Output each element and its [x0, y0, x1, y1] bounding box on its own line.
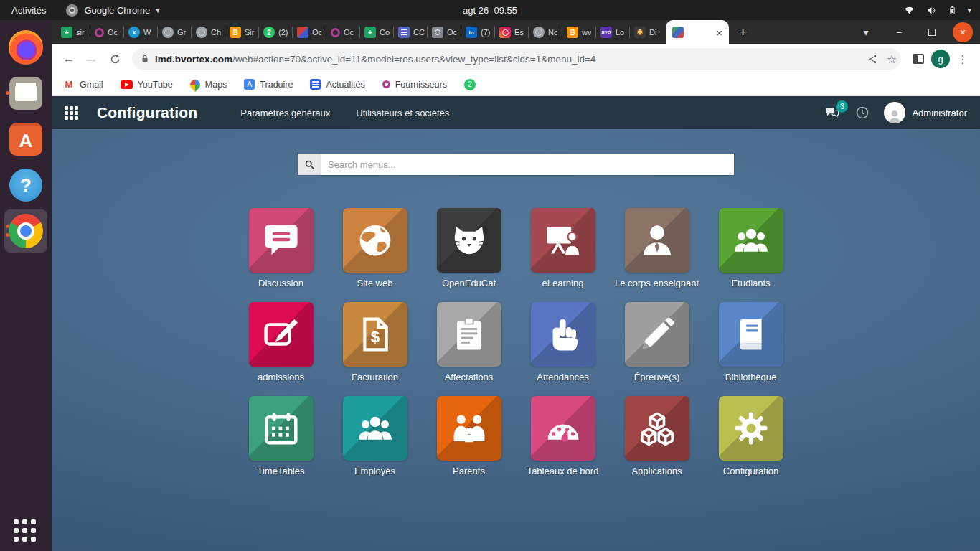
tableaux-de-bord-tile[interactable] — [531, 396, 595, 461]
attendances-tile[interactable] — [531, 302, 595, 367]
news-icon — [310, 79, 321, 90]
maximize-button[interactable] — [915, 27, 948, 38]
admissions-tile[interactable] — [249, 302, 314, 367]
browser-tab[interactable]: Gr — [157, 20, 191, 44]
browser-tab[interactable]: +Co — [359, 20, 393, 44]
browser-tab[interactable]: BVOLo — [595, 20, 629, 44]
invoice-icon: $ — [356, 315, 395, 354]
new-tab-button[interactable]: + — [729, 24, 757, 40]
browser-tab[interactable]: +sir — [56, 20, 90, 44]
app-tableaux-de-bord: Tableaux de bord — [516, 396, 610, 476]
dock-item-files[interactable] — [4, 72, 47, 115]
lock-icon[interactable] — [141, 54, 149, 64]
side-panel-button[interactable] — [908, 49, 928, 69]
messages-button[interactable]: 3 — [824, 105, 841, 120]
dock-item-firefox[interactable] — [4, 26, 47, 69]
bookmark-youtube[interactable]: YouTube — [121, 80, 173, 90]
search-input[interactable] — [321, 154, 734, 175]
discussion-tile[interactable] — [249, 208, 314, 273]
odoo-ring-icon — [382, 80, 390, 88]
active-app-menu[interactable]: Google Chrome ▾ — [59, 4, 166, 17]
book-icon — [732, 315, 771, 354]
back-button[interactable]: ← — [59, 49, 79, 69]
corps-enseignant-tile[interactable] — [625, 208, 689, 273]
epreuves-tile[interactable] — [625, 302, 689, 367]
configuration-tile[interactable] — [719, 396, 783, 461]
activity-clock-icon[interactable] — [855, 105, 870, 120]
reload-button[interactable] — [105, 49, 125, 69]
share-icon[interactable] — [867, 54, 878, 65]
bookmark-whatsapp[interactable]: 2 — [464, 79, 481, 90]
browser-window: +sir Oc xW Gr Ch BSir 2(2) Oc Oc +Co CC … — [52, 20, 980, 551]
app-label: admissions — [258, 372, 304, 382]
tab-search-chevron[interactable]: ▾ — [849, 27, 882, 38]
bookmark-actualites[interactable]: Actualités — [310, 79, 364, 90]
docs-favicon — [398, 27, 410, 38]
timetables-tile[interactable] — [249, 396, 314, 461]
bvo-favicon: BVO — [600, 27, 612, 38]
browser-tab[interactable]: xW — [123, 20, 157, 44]
active-browser-tab[interactable]: × — [666, 20, 729, 44]
clock[interactable]: agt 26 09:55 — [463, 5, 517, 16]
bookmark-traduire[interactable]: ATraduire — [244, 79, 293, 90]
browser-menu-button[interactable]: ⋮ — [953, 52, 973, 66]
app-affectations: Affectations — [422, 302, 516, 382]
elearning-tile[interactable] — [531, 208, 595, 273]
app-admissions: admissions — [234, 302, 328, 382]
profile-avatar[interactable]: g — [931, 50, 950, 68]
browser-tab[interactable]: Oc — [427, 20, 461, 44]
dock-item-chrome[interactable] — [4, 209, 47, 253]
family-icon — [450, 409, 489, 448]
browser-tab[interactable]: Oc — [90, 20, 123, 44]
bookmark-star-icon[interactable]: ☆ — [887, 52, 897, 66]
browser-tab[interactable]: CC — [393, 20, 427, 44]
bookmark-maps[interactable]: Maps — [190, 80, 227, 90]
facturation-tile[interactable]: $ — [343, 302, 407, 367]
system-tray[interactable]: ▾ — [903, 4, 980, 17]
bookmark-fournisseurs[interactable]: Fournisseurs — [382, 80, 447, 90]
employes-tile[interactable] — [343, 396, 407, 461]
app-label: Tableaux de bord — [527, 466, 599, 476]
browser-tab[interactable]: Oc — [326, 20, 359, 44]
translate-icon: A — [244, 79, 255, 90]
dock-item-help[interactable]: ? — [4, 164, 47, 207]
openeducat-tile[interactable] — [437, 208, 501, 273]
bookmarks-bar: MGmail YouTube Maps ATraduire Actualités… — [52, 73, 980, 96]
browser-tab[interactable]: Di — [629, 20, 663, 44]
app-label: Site web — [357, 278, 393, 288]
browser-tab[interactable]: Oc — [292, 20, 326, 44]
activities-button[interactable]: Activités — [0, 5, 59, 16]
browser-tab[interactable]: Bwv — [562, 20, 595, 44]
bookmark-gmail[interactable]: MGmail — [63, 79, 103, 90]
chevron-down-icon: ▾ — [156, 6, 160, 15]
user-menu[interactable]: Administrator — [884, 102, 967, 123]
menu-parametres-generaux[interactable]: Paramètres généraux — [240, 108, 330, 118]
dock-item-ubuntu-software[interactable]: A — [4, 118, 47, 161]
cat-icon — [450, 221, 489, 260]
applications-tile[interactable] — [625, 396, 689, 461]
menu-utilisateurs-societes[interactable]: Utilisateurs et sociétés — [356, 108, 449, 118]
forward-button[interactable]: → — [82, 49, 102, 69]
browser-tab[interactable]: in(7) — [461, 20, 494, 44]
etudiants-tile[interactable] — [719, 208, 783, 273]
minimize-button[interactable]: − — [882, 27, 915, 38]
bibliotheque-tile[interactable] — [719, 302, 783, 367]
files-icon — [9, 77, 42, 110]
apps-grid-icon[interactable] — [65, 106, 78, 120]
browser-tab[interactable]: 2(2) — [258, 20, 292, 44]
browser-tab[interactable]: Es — [494, 20, 528, 44]
affectations-tile[interactable] — [437, 302, 501, 367]
browser-tab[interactable]: Nc — [528, 20, 562, 44]
app-label: Parents — [453, 466, 485, 476]
camera-favicon — [432, 27, 443, 38]
browser-tab[interactable]: BSir — [225, 20, 258, 44]
url-bar[interactable]: lmd.bvortex.com/web#action=70&active_id=… — [132, 48, 901, 70]
instagram-favicon — [499, 27, 511, 38]
show-applications-button[interactable] — [14, 519, 38, 544]
close-window-button[interactable]: × — [953, 22, 973, 42]
parents-tile[interactable] — [437, 396, 501, 461]
browser-tab[interactable]: Ch — [191, 20, 225, 44]
close-tab-icon[interactable]: × — [716, 27, 722, 38]
site-web-tile[interactable] — [343, 208, 407, 273]
app-label: eLearning — [542, 278, 584, 288]
